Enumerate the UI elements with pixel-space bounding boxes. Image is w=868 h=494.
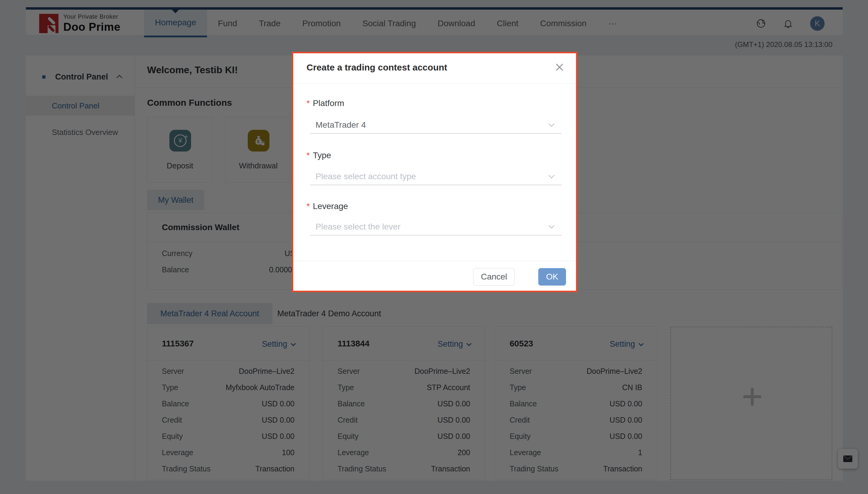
cancel-button[interactable]: Cancel [473, 268, 515, 286]
chevron-down-icon [549, 172, 555, 178]
platform-label: *Platform [307, 98, 344, 108]
type-select[interactable]: Please select account type [310, 168, 561, 185]
required-asterisk: * [307, 202, 310, 211]
platform-select[interactable]: MetaTrader 4 [310, 116, 561, 134]
close-icon[interactable] [554, 62, 565, 73]
divider [293, 83, 576, 84]
required-asterisk: * [307, 98, 310, 108]
leverage-select[interactable]: Please select the lever [310, 218, 561, 235]
type-label: *Type [307, 151, 331, 160]
chevron-down-icon [549, 223, 555, 229]
chevron-down-icon [549, 121, 555, 127]
divider [293, 261, 576, 261]
required-asterisk: * [307, 151, 310, 160]
ok-button[interactable]: OK [538, 268, 566, 286]
leverage-label: *Leverage [307, 202, 348, 211]
create-contest-account-modal: Create a trading contest account *Platfo… [292, 52, 577, 292]
modal-title: Create a trading contest account [307, 62, 447, 73]
